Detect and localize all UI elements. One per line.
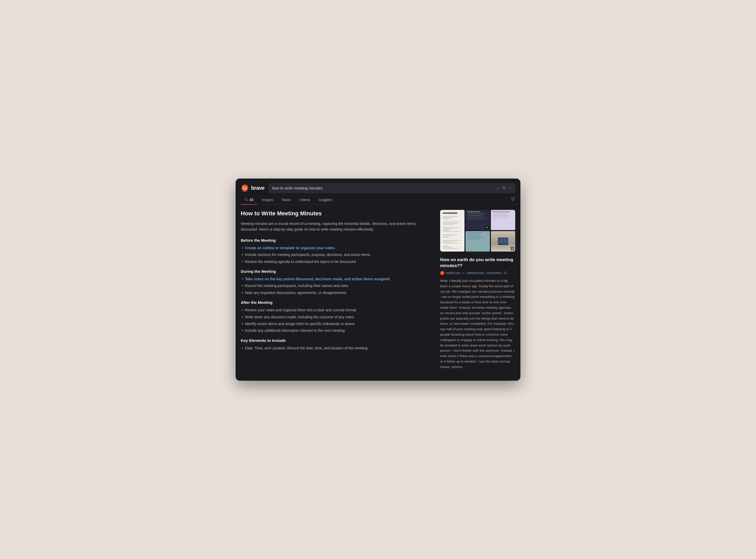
sidebar-source: r reddit.com › r › adhdwomen › comments … [440,271,515,275]
nav-tabs: All Images News Videos Goggles [236,195,520,205]
filter-icon[interactable] [511,198,515,202]
brave-logo: brave [241,184,265,192]
search-confirm-icon[interactable]: ✓ [509,185,512,191]
svg-point-0 [244,187,244,188]
during-meeting-list: Take notes on the key points discussed, … [241,276,432,295]
list-item: Write down any decisions made, including… [241,314,432,320]
list-item: Take notes on the key points discussed, … [241,276,432,282]
tab-goggles-label: Goggles [319,198,332,202]
image-thumb-4[interactable]: ⊞ [491,231,515,251]
list-item: Include any additional information relev… [241,328,432,333]
before-meeting-list: Create an outline or template to organiz… [241,245,432,265]
list-item: Include sections for meeting participant… [241,252,432,258]
tab-news[interactable]: News [278,195,294,204]
tab-news-label: News [282,198,291,202]
browser-window: brave how to write meeting minutes × ✓ [236,179,520,381]
key-element-text: Record the date, time, and location of t… [287,346,367,350]
key-element-label: Date, Time, and Location: [245,346,286,350]
section-key-elements: Key Elements to Include Date, Time, and … [241,338,432,351]
image-thumb-2[interactable] [491,210,515,230]
image-main[interactable] [440,210,465,251]
sidebar-reddit-result: How on earth do you write meeting minute… [440,257,515,370]
image-thumb-3[interactable] [466,231,490,251]
sidebar-body-text: Wow. I literally just circulated minutes… [440,278,515,370]
tab-videos[interactable]: Videos [296,195,314,204]
list-item: Create an outline or template to organiz… [241,245,432,251]
section-after-heading: After the Meeting [241,300,432,305]
tab-goggles[interactable]: Goggles [315,195,336,204]
section-during: During the Meeting Take notes on the key… [241,269,432,295]
list-item: Note any important discussions, agreemen… [241,290,432,295]
search-magnifier-icon[interactable] [502,185,506,191]
tab-images[interactable]: Images [258,195,277,204]
image-thumb-1[interactable]: ⊞ [466,210,490,230]
svg-line-3 [504,188,506,189]
section-before-heading: Before the Meeting [241,238,432,243]
tab-images-label: Images [262,198,274,202]
image-grid: ⊞ [440,210,515,251]
list-item: Review the meeting agenda to understand … [241,259,432,265]
search-query-text: how to write meeting minutes [272,186,495,190]
image-expand-icon-2[interactable]: ⊞ [511,247,514,250]
svg-point-1 [245,187,246,188]
key-elements-list: Date, Time, and Location: Record the dat… [241,345,432,351]
section-before: Before the Meeting Create an outline or … [241,238,432,265]
section-during-heading: During the Meeting [241,269,432,273]
section-after: After the Meeting Review your notes and … [241,300,432,334]
result-description: Meeting minutes are a crucial record of … [241,221,432,232]
list-item: Review your notes and organize them into… [241,307,432,313]
list-item: Identify action items and assign them to… [241,321,432,327]
clear-search-icon[interactable]: × [497,186,499,190]
sidebar-source-url[interactable]: reddit.com › r › adhdwomen › comments › … [446,271,510,275]
after-meeting-list: Review your notes and organize them into… [241,307,432,334]
content-area: How to Write Meeting Minutes Meeting min… [236,205,520,381]
list-item: Record the meeting participants, includi… [241,283,432,289]
section-key-elements-heading: Key Elements to Include [241,338,432,343]
svg-line-5 [247,200,247,201]
sidebar: ⊞ [440,210,515,376]
reddit-icon: r [440,271,444,275]
image-expand-icon[interactable]: ⊞ [485,225,489,229]
brave-brand-name: brave [251,185,265,191]
key-element-item: Date, Time, and Location: Record the dat… [241,345,432,351]
tab-videos-label: Videos [299,198,310,202]
result-main-title: How to Write Meeting Minutes [241,210,432,217]
tab-all[interactable]: All [241,195,257,204]
main-result-area: How to Write Meeting Minutes Meeting min… [241,210,440,376]
sidebar-result-title: How on earth do you write meeting minute… [440,257,515,269]
search-bar[interactable]: how to write meeting minutes × ✓ [269,183,515,193]
brave-lion-icon [241,184,249,192]
browser-chrome: brave how to write meeting minutes × ✓ [236,179,520,193]
tab-all-label: All [249,198,254,202]
all-tab-icon [244,198,248,202]
